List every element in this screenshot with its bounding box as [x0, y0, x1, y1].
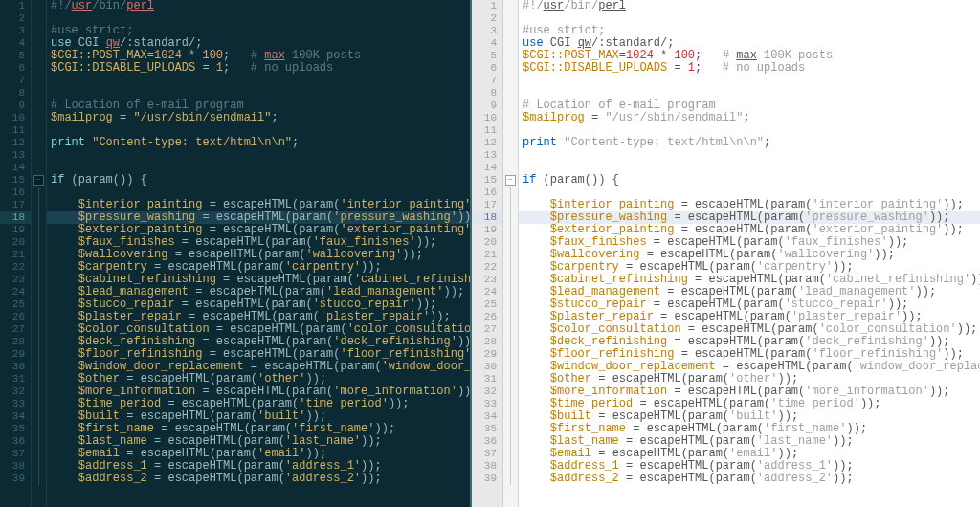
- fold-empty: [503, 0, 518, 12]
- fold-empty: [32, 12, 46, 25]
- line-number: 24: [0, 286, 31, 298]
- fold-guide: [503, 361, 518, 373]
- code-line[interactable]: $mailprog = "/usr/sbin/sendmail";: [47, 112, 470, 124]
- fold-guide: [503, 435, 518, 448]
- line-number: 37: [0, 448, 31, 460]
- code-line[interactable]: [47, 149, 470, 162]
- fold-empty: [32, 162, 46, 174]
- line-number: 11: [0, 124, 31, 137]
- fold-guide: [503, 398, 518, 410]
- line-number: 10: [472, 112, 502, 124]
- line-number-gutter-left[interactable]: 1234567891011121314151617181920212223242…: [0, 0, 32, 507]
- fold-empty: [503, 137, 518, 149]
- fold-empty: [503, 162, 518, 174]
- fold-guide: [503, 460, 518, 473]
- line-number: 4: [472, 37, 502, 50]
- fold-toggle-icon[interactable]: −: [32, 174, 46, 187]
- line-number: 8: [472, 87, 502, 99]
- line-number: 28: [472, 336, 502, 348]
- line-number: 39: [472, 473, 502, 485]
- fold-empty: [503, 149, 518, 162]
- fold-guide: [32, 261, 46, 274]
- line-number: 18: [472, 211, 502, 224]
- fold-toggle-icon[interactable]: −: [503, 174, 518, 187]
- line-number: 17: [0, 199, 31, 211]
- fold-guide: [503, 423, 518, 435]
- fold-empty: [503, 37, 518, 50]
- fold-gutter-left[interactable]: −: [32, 0, 47, 507]
- fold-empty: [32, 137, 46, 149]
- code-line[interactable]: if (param()) {: [47, 174, 470, 187]
- fold-guide: [32, 423, 46, 435]
- fold-guide: [503, 473, 518, 485]
- fold-empty: [32, 124, 46, 137]
- fold-guide: [503, 274, 518, 286]
- line-number: 32: [472, 386, 502, 398]
- fold-empty: [503, 12, 518, 25]
- line-number: 9: [0, 99, 31, 112]
- fold-empty: [503, 87, 518, 99]
- fold-empty: [32, 149, 46, 162]
- line-number: 26: [0, 311, 31, 323]
- fold-guide: [32, 398, 46, 410]
- line-number: 39: [0, 473, 31, 485]
- fold-guide: [32, 224, 46, 236]
- code-line[interactable]: $mailprog = "/usr/sbin/sendmail";: [519, 112, 980, 124]
- line-number: 34: [472, 410, 502, 423]
- fold-guide: [503, 261, 518, 274]
- line-number: 28: [0, 336, 31, 348]
- fold-guide: [503, 336, 518, 348]
- fold-gutter-right[interactable]: −: [503, 0, 519, 507]
- code-line[interactable]: print "Content-type: text/html\n\n";: [47, 137, 470, 149]
- line-number: 7: [0, 75, 31, 87]
- code-line[interactable]: #!/usr/bin/perl: [519, 0, 980, 12]
- line-number: 3: [472, 25, 502, 37]
- code-line[interactable]: #!/usr/bin/perl: [47, 0, 470, 12]
- line-number: 2: [472, 12, 502, 25]
- line-number: 14: [0, 162, 31, 174]
- code-line[interactable]: [519, 149, 980, 162]
- fold-empty: [503, 62, 518, 75]
- fold-guide: [32, 435, 46, 448]
- line-number: 35: [0, 423, 31, 435]
- line-number: 20: [0, 236, 31, 249]
- line-number: 8: [0, 87, 31, 99]
- code-area-left[interactable]: #!/usr/bin/perl#use strict;use CGI qw/:s…: [47, 0, 470, 507]
- line-number: 22: [0, 261, 31, 274]
- code-line[interactable]: if (param()) {: [519, 174, 980, 187]
- fold-empty: [32, 25, 46, 37]
- line-number: 5: [0, 50, 31, 62]
- line-number: 29: [472, 348, 502, 361]
- line-number: 25: [0, 298, 31, 311]
- line-number: 32: [0, 386, 31, 398]
- line-number: 34: [0, 410, 31, 423]
- fold-empty: [32, 112, 46, 124]
- line-number: 12: [472, 137, 502, 149]
- line-number: 6: [0, 62, 31, 75]
- line-number: 16: [0, 187, 31, 199]
- line-number: 18: [0, 211, 31, 224]
- code-line[interactable]: [519, 75, 980, 87]
- line-number: 36: [0, 435, 31, 448]
- code-line[interactable]: $address_2 = escapeHTML(param('address_2…: [519, 473, 980, 485]
- code-area-right[interactable]: #!/usr/bin/perl#use strict;use CGI qw/:s…: [519, 0, 980, 507]
- line-number-gutter-right[interactable]: 1234567891011121314151617181920212223242…: [472, 0, 503, 507]
- line-number: 23: [472, 274, 502, 286]
- line-number: 11: [472, 124, 502, 137]
- code-line[interactable]: $CGI::DISABLE_UPLOADS = 1; # no uploads: [519, 62, 980, 75]
- line-number: 4: [0, 37, 31, 50]
- line-number: 35: [472, 423, 502, 435]
- fold-guide: [32, 386, 46, 398]
- editor-pane-right: 1234567891011121314151617181920212223242…: [472, 0, 980, 507]
- line-number: 36: [472, 435, 502, 448]
- code-line[interactable]: print "Content-type: text/html\n\n";: [519, 137, 980, 149]
- fold-guide: [32, 473, 46, 485]
- fold-guide: [503, 249, 518, 261]
- fold-guide: [503, 410, 518, 423]
- code-line[interactable]: $address_2 = escapeHTML(param('address_2…: [47, 473, 470, 485]
- fold-guide: [503, 386, 518, 398]
- line-number: 1: [472, 0, 502, 12]
- code-line[interactable]: $CGI::DISABLE_UPLOADS = 1; # no uploads: [47, 62, 470, 75]
- line-number: 30: [0, 361, 31, 373]
- code-line[interactable]: [47, 75, 470, 87]
